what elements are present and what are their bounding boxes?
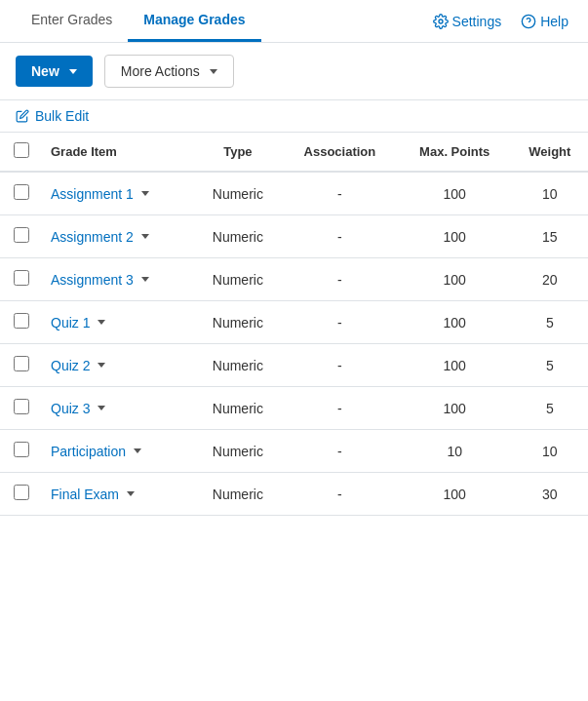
- row-checkbox[interactable]: [14, 313, 29, 329]
- weight-cell: 20: [512, 258, 588, 301]
- more-actions-chevron-icon: [210, 69, 217, 74]
- grade-item-cell: Quiz 2: [43, 344, 194, 387]
- help-label: Help: [540, 14, 568, 29]
- grade-item-chevron-icon: [98, 320, 105, 325]
- weight-cell: 5: [512, 344, 588, 387]
- weight-cell: 5: [512, 301, 588, 344]
- type-cell: Numeric: [194, 172, 282, 215]
- grade-item-link[interactable]: Quiz 1: [51, 315, 105, 331]
- grade-item-link[interactable]: Participation: [51, 444, 141, 459]
- bulk-edit-button[interactable]: Bulk Edit: [16, 108, 89, 124]
- row-checkbox[interactable]: [14, 442, 29, 457]
- row-checkbox[interactable]: [14, 270, 29, 286]
- association-cell: -: [282, 215, 398, 258]
- col-max-points: Max. Points: [398, 133, 512, 172]
- toolbar: New More Actions: [0, 43, 588, 100]
- col-weight: Weight: [512, 133, 588, 172]
- row-checkbox[interactable]: [14, 227, 29, 243]
- max-points-cell: 100: [398, 301, 512, 344]
- row-checkbox-cell[interactable]: [0, 215, 43, 258]
- row-checkbox[interactable]: [14, 399, 29, 414]
- table-row: Quiz 2 Numeric - 100 5: [0, 344, 588, 387]
- grade-item-chevron-icon: [134, 448, 141, 453]
- settings-label: Settings: [452, 14, 502, 29]
- row-checkbox-cell[interactable]: [0, 258, 43, 301]
- grade-item-name: Quiz 3: [51, 401, 90, 416]
- grade-item-cell: Assignment 2: [43, 215, 194, 258]
- table-row: Assignment 3 Numeric - 100 20: [0, 258, 588, 301]
- type-cell: Numeric: [194, 387, 282, 430]
- type-cell: Numeric: [194, 473, 282, 516]
- grade-item-link[interactable]: Quiz 3: [51, 401, 105, 416]
- max-points-cell: 100: [398, 344, 512, 387]
- row-checkbox-cell[interactable]: [0, 430, 43, 473]
- max-points-cell: 100: [398, 473, 512, 516]
- new-label: New: [31, 63, 59, 79]
- grade-item-chevron-icon: [98, 406, 105, 410]
- max-points-cell: 100: [398, 258, 512, 301]
- max-points-cell: 100: [398, 387, 512, 430]
- grade-item-link[interactable]: Final Exam: [51, 487, 135, 502]
- row-checkbox-cell[interactable]: [0, 172, 43, 215]
- association-cell: -: [282, 473, 398, 516]
- table-row: Assignment 1 Numeric - 100 10: [0, 172, 588, 215]
- more-actions-button[interactable]: More Actions: [104, 55, 234, 88]
- tab-enter-grades[interactable]: Enter Grades: [16, 0, 128, 42]
- new-chevron-icon: [69, 69, 77, 74]
- max-points-cell: 10: [398, 430, 512, 473]
- col-type: Type: [194, 133, 282, 172]
- select-all-checkbox[interactable]: [14, 142, 29, 158]
- max-points-cell: 100: [398, 172, 512, 215]
- grade-item-link[interactable]: Quiz 2: [51, 358, 105, 373]
- table-row: Participation Numeric - 10 10: [0, 430, 588, 473]
- weight-cell: 30: [512, 473, 588, 516]
- row-checkbox[interactable]: [14, 485, 29, 500]
- row-checkbox-cell[interactable]: [0, 301, 43, 344]
- row-checkbox-cell[interactable]: [0, 344, 43, 387]
- new-button[interactable]: New: [16, 56, 93, 87]
- col-association: Association: [282, 133, 398, 172]
- tab-nav: Enter Grades Manage Grades: [16, 0, 261, 42]
- grade-item-name: Assignment 2: [51, 229, 134, 245]
- tab-manage-grades[interactable]: Manage Grades: [128, 0, 260, 42]
- grade-item-chevron-icon: [141, 191, 149, 196]
- grade-item-chevron-icon: [98, 363, 105, 368]
- grade-item-name: Assignment 1: [51, 186, 134, 202]
- type-cell: Numeric: [194, 215, 282, 258]
- row-checkbox-cell[interactable]: [0, 473, 43, 516]
- help-button[interactable]: Help: [517, 10, 572, 33]
- table-header-row: Grade Item Type Association Max. Points …: [0, 133, 588, 172]
- row-checkbox[interactable]: [14, 356, 29, 371]
- grade-item-chevron-icon: [127, 491, 135, 496]
- max-points-cell: 100: [398, 215, 512, 258]
- grade-item-name: Assignment 3: [51, 272, 134, 288]
- table-row: Quiz 3 Numeric - 100 5: [0, 387, 588, 430]
- settings-button[interactable]: Settings: [429, 10, 506, 33]
- type-cell: Numeric: [194, 344, 282, 387]
- row-checkbox[interactable]: [14, 184, 29, 200]
- col-grade-item: Grade Item: [43, 133, 194, 172]
- row-checkbox-cell[interactable]: [0, 387, 43, 430]
- grade-item-name: Final Exam: [51, 487, 119, 502]
- weight-cell: 15: [512, 215, 588, 258]
- grade-item-chevron-icon: [141, 234, 149, 239]
- table-row: Assignment 2 Numeric - 100 15: [0, 215, 588, 258]
- type-cell: Numeric: [194, 430, 282, 473]
- grade-item-name: Participation: [51, 444, 126, 459]
- table-row: Final Exam Numeric - 100 30: [0, 473, 588, 516]
- association-cell: -: [282, 301, 398, 344]
- grade-table: Grade Item Type Association Max. Points …: [0, 133, 588, 516]
- association-cell: -: [282, 430, 398, 473]
- select-all-cell[interactable]: [0, 133, 43, 172]
- weight-cell: 10: [512, 172, 588, 215]
- pencil-icon: [16, 109, 29, 123]
- association-cell: -: [282, 172, 398, 215]
- grade-item-link[interactable]: Assignment 2: [51, 229, 149, 245]
- grade-item-link[interactable]: Assignment 1: [51, 186, 149, 202]
- help-icon: [521, 14, 536, 29]
- type-cell: Numeric: [194, 301, 282, 344]
- weight-cell: 10: [512, 430, 588, 473]
- grade-item-cell: Final Exam: [43, 473, 194, 516]
- bulk-edit-label: Bulk Edit: [35, 108, 89, 124]
- grade-item-link[interactable]: Assignment 3: [51, 272, 149, 288]
